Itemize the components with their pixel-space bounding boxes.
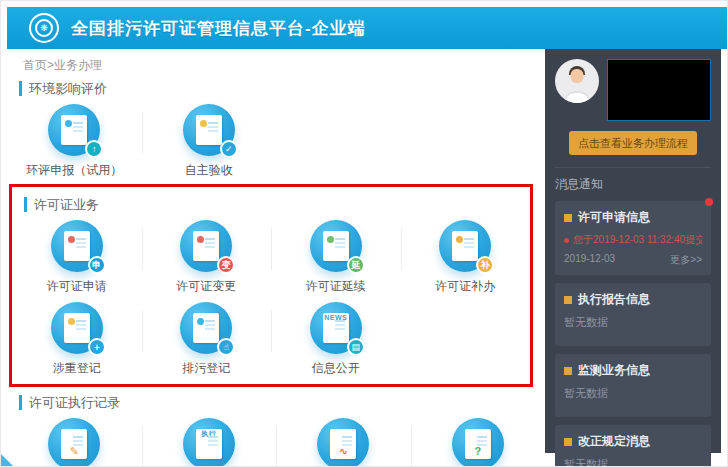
corner-artifact xyxy=(1,454,13,466)
app-item[interactable]: ✎ 台账记录 xyxy=(7,418,142,467)
app-icon-badge: ＋ xyxy=(88,338,106,356)
right-gap xyxy=(721,49,727,466)
notice-date: 2019-12-03 xyxy=(564,253,615,267)
correction-rule-icon: ? xyxy=(452,418,504,467)
video-player[interactable] xyxy=(607,59,711,121)
section-title-permit-business: 许可证业务 xyxy=(24,197,530,212)
app-item[interactable]: ↑ 环评申报（试用） xyxy=(7,104,142,178)
app-item-label: 许可证补办 xyxy=(435,278,495,294)
app-item[interactable]: NEWS ▤ 信息公开 xyxy=(271,302,401,376)
section-execution-grid: ✎ 台账记录 执行 执行报告 ∿ 监测记录 xyxy=(7,418,545,467)
app-item-label: 许可证申请 xyxy=(47,278,107,294)
notice-type-icon xyxy=(564,438,572,446)
app-icon-badge: 申 xyxy=(88,256,106,274)
highlight-box: 许可证业务 申 许可证申请 变 许可证变更 xyxy=(9,184,533,387)
app-item-label: 环评申报（试用） xyxy=(26,162,122,178)
unread-dot-icon xyxy=(564,238,569,243)
notice-type-icon xyxy=(564,214,572,222)
app-item-label: 许可证变更 xyxy=(176,278,236,294)
section-eia: 环境影响评价 ↑ 环评申报（试用） ✓ 自主验收 xyxy=(7,81,545,178)
app-item[interactable]: 执行 执行报告 xyxy=(142,418,277,467)
section-eia-grid: ↑ 环评申报（试用） ✓ 自主验收 xyxy=(7,104,545,178)
notice-list: 许可申请信息 您于2019-12-03 11:32:40提交的申.. 2019-… xyxy=(555,201,711,467)
notice-type-icon xyxy=(564,367,572,375)
notice-card: 改正规定消息 暂无数据 xyxy=(555,425,711,467)
app-item[interactable]: 补 许可证补办 xyxy=(401,220,531,294)
monitor-record-icon: ∿ xyxy=(317,418,369,467)
user-avatar xyxy=(555,59,599,103)
notice-card: 许可申请信息 您于2019-12-03 11:32:40提交的申.. 2019-… xyxy=(555,201,711,275)
app-item-label: 自主验收 xyxy=(185,162,233,178)
section-execution-records: 许可证执行记录 ✎ 台账记录 执行 执行报告 xyxy=(7,395,545,467)
app-item-label: 排污登记 xyxy=(182,360,230,376)
page-title: 全国排污许可证管理信息平台-企业端 xyxy=(71,17,366,40)
sidebar: 点击查看业务办理流程 消息通知 许可申请信息 您于2019-12-03 11:3… xyxy=(545,49,721,453)
app-item[interactable]: ☝ 排污登记 xyxy=(142,302,272,376)
notice-card-title: 许可申请信息 xyxy=(578,209,650,226)
discharge-register-icon: ☝ xyxy=(180,302,232,354)
self-acceptance-icon: ✓ xyxy=(183,104,235,156)
permit-apply-icon: 申 xyxy=(51,220,103,272)
app-item-label: 许可证延续 xyxy=(306,278,366,294)
notice-card: 执行报告信息 暂无数据 xyxy=(555,283,711,346)
eia-declare-icon: ↑ xyxy=(48,104,100,156)
notice-card-title: 执行报告信息 xyxy=(578,291,650,308)
section-permit-grid: 申 许可证申请 变 许可证变更 延 许可证延续 xyxy=(12,220,530,376)
app-item[interactable]: 变 许可证变更 xyxy=(142,220,272,294)
app-item[interactable]: ✓ 自主验收 xyxy=(142,104,277,178)
header-bar: ❋ 全国排污许可证管理信息平台-企业端 xyxy=(7,7,727,49)
execution-report-icon: 执行 xyxy=(183,418,235,467)
app-item[interactable]: ∿ 监测记录 xyxy=(276,418,411,467)
app-window: ❋ 全国排污许可证管理信息平台-企业端 首页>业务办理 环境影响评价 ↑ 环评申… xyxy=(0,0,728,467)
notice-empty-text: 暂无数据 xyxy=(564,315,702,338)
notice-type-icon xyxy=(564,296,572,304)
app-icon-badge: 延 xyxy=(347,256,365,274)
app-icon-badge: ✓ xyxy=(220,140,238,158)
app-item[interactable]: ? 改正规定 xyxy=(411,418,546,467)
app-icon-badge: ☝ xyxy=(217,338,235,356)
breadcrumb[interactable]: 首页>业务办理 xyxy=(23,57,545,73)
main-content: 首页>业务办理 环境影响评价 ↑ 环评申报（试用） ✓ 自主验收 xyxy=(7,49,545,466)
platform-logo-icon: ❋ xyxy=(29,13,59,43)
alert-dot-icon xyxy=(705,198,713,206)
app-icon-badge: 变 xyxy=(217,256,235,274)
permit-change-icon: 变 xyxy=(180,220,232,272)
permit-renew-icon: 延 xyxy=(310,220,362,272)
sidebar-divider xyxy=(555,167,711,168)
app-icon-badge: 补 xyxy=(476,256,494,274)
notice-card-title: 改正规定消息 xyxy=(578,433,650,450)
app-icon-badge: ↑ xyxy=(85,140,103,158)
app-icon-badge: ▤ xyxy=(347,338,365,356)
app-item-label: 涉重登记 xyxy=(53,360,101,376)
app-item-label: 信息公开 xyxy=(312,360,360,376)
app-item[interactable]: ＋ 涉重登记 xyxy=(12,302,142,376)
notice-card: 监测业务信息 暂无数据 xyxy=(555,354,711,417)
section-permit-business: 许可证业务 申 许可证申请 变 许可证变更 xyxy=(12,197,530,376)
section-title-execution-records: 许可证执行记录 xyxy=(19,395,545,410)
notice-empty-text: 暂无数据 xyxy=(564,457,702,467)
ledger-record-icon: ✎ xyxy=(48,418,100,467)
view-process-button[interactable]: 点击查看业务办理流程 xyxy=(569,131,697,155)
notice-card-title: 监测业务信息 xyxy=(578,362,650,379)
app-item[interactable]: 延 许可证延续 xyxy=(271,220,401,294)
permit-reissue-icon: 补 xyxy=(439,220,491,272)
section-title-eia: 环境影响评价 xyxy=(19,81,545,96)
more-link[interactable]: 更多>> xyxy=(670,253,702,267)
info-disclosure-icon: NEWS ▤ xyxy=(310,302,362,354)
notice-empty-text: 暂无数据 xyxy=(564,386,702,409)
notice-message[interactable]: 您于2019-12-03 11:32:40提交的申.. xyxy=(564,233,702,247)
heavy-metal-register-icon: ＋ xyxy=(51,302,103,354)
app-item[interactable]: 申 许可证申请 xyxy=(12,220,142,294)
notices-title: 消息通知 xyxy=(555,176,711,193)
